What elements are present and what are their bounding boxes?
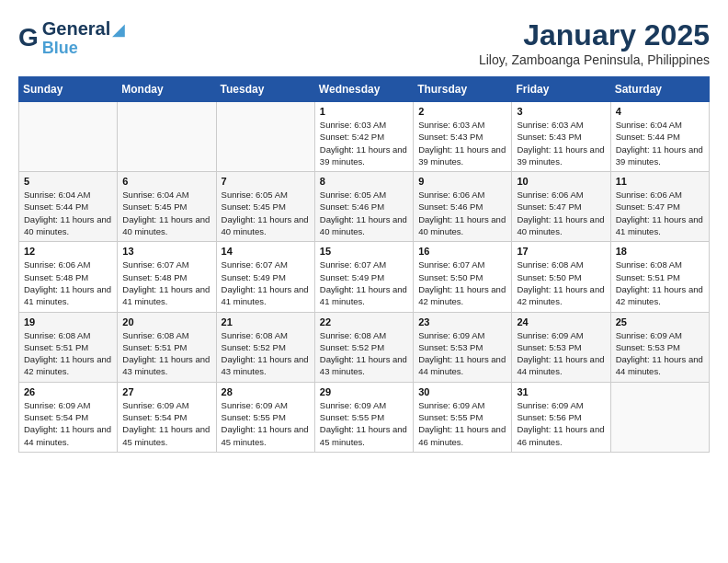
day-info: Sunrise: 6:06 AMSunset: 5:47 PMDaylight:… <box>517 189 605 237</box>
calendar-cell: 8Sunrise: 6:05 AMSunset: 5:46 PMDaylight… <box>314 172 413 242</box>
calendar-cell: 2Sunrise: 6:03 AMSunset: 5:43 PMDaylight… <box>414 102 512 172</box>
calendar-cell: 10Sunrise: 6:06 AMSunset: 5:47 PMDayligh… <box>512 172 610 242</box>
day-info: Sunrise: 6:09 AMSunset: 5:54 PMDaylight:… <box>122 399 210 448</box>
logo: G General ◢ Blue <box>18 18 125 56</box>
calendar-cell: 13Sunrise: 6:07 AMSunset: 5:48 PMDayligh… <box>118 242 216 312</box>
day-number: 17 <box>517 246 605 257</box>
day-number: 20 <box>122 316 210 327</box>
day-info: Sunrise: 6:08 AMSunset: 5:52 PMDaylight:… <box>222 329 310 378</box>
day-number: 19 <box>24 316 112 327</box>
day-info: Sunrise: 6:04 AMSunset: 5:44 PMDaylight:… <box>616 119 704 167</box>
day-number: 9 <box>418 176 506 187</box>
calendar-cell: 14Sunrise: 6:07 AMSunset: 5:49 PMDayligh… <box>216 242 314 312</box>
day-number: 11 <box>616 176 704 187</box>
day-info: Sunrise: 6:06 AMSunset: 5:48 PMDaylight:… <box>24 259 112 307</box>
day-info: Sunrise: 6:05 AMSunset: 5:45 PMDaylight:… <box>222 189 310 237</box>
day-number: 29 <box>320 386 408 397</box>
calendar-cell: 17Sunrise: 6:08 AMSunset: 5:50 PMDayligh… <box>512 242 610 312</box>
calendar-cell: 19Sunrise: 6:08 AMSunset: 5:51 PMDayligh… <box>19 312 118 382</box>
calendar-cell: 26Sunrise: 6:09 AMSunset: 5:54 PMDayligh… <box>19 382 118 452</box>
day-info: Sunrise: 6:05 AMSunset: 5:46 PMDaylight:… <box>320 189 408 237</box>
day-info: Sunrise: 6:07 AMSunset: 5:48 PMDaylight:… <box>122 259 210 307</box>
calendar-week-5: 26Sunrise: 6:09 AMSunset: 5:54 PMDayligh… <box>19 382 710 452</box>
day-info: Sunrise: 6:09 AMSunset: 5:53 PMDaylight:… <box>517 329 605 378</box>
day-info: Sunrise: 6:08 AMSunset: 5:52 PMDaylight:… <box>320 329 408 378</box>
month-title: January 2025 <box>479 18 710 52</box>
calendar-header-row: SundayMondayTuesdayWednesdayThursdayFrid… <box>19 77 710 102</box>
calendar-cell: 9Sunrise: 6:06 AMSunset: 5:46 PMDaylight… <box>414 172 512 242</box>
day-number: 1 <box>320 106 408 117</box>
calendar-week-1: 1Sunrise: 6:03 AMSunset: 5:42 PMDaylight… <box>19 102 710 172</box>
calendar-cell: 1Sunrise: 6:03 AMSunset: 5:42 PMDaylight… <box>314 102 413 172</box>
day-number: 23 <box>418 316 506 327</box>
calendar-cell: 27Sunrise: 6:09 AMSunset: 5:54 PMDayligh… <box>118 382 216 452</box>
day-number: 22 <box>320 316 408 327</box>
day-info: Sunrise: 6:03 AMSunset: 5:43 PMDaylight:… <box>517 119 605 167</box>
day-info: Sunrise: 6:07 AMSunset: 5:49 PMDaylight:… <box>320 259 408 307</box>
day-number: 12 <box>24 246 112 257</box>
title-block: January 2025 Liloy, Zamboanga Peninsula,… <box>479 18 710 67</box>
day-info: Sunrise: 6:08 AMSunset: 5:51 PMDaylight:… <box>122 329 210 378</box>
calendar-cell: 25Sunrise: 6:09 AMSunset: 5:53 PMDayligh… <box>610 312 709 382</box>
logo-general-label: General <box>42 18 110 40</box>
day-info: Sunrise: 6:07 AMSunset: 5:50 PMDaylight:… <box>418 259 506 307</box>
day-number: 14 <box>222 246 310 257</box>
day-info: Sunrise: 6:04 AMSunset: 5:45 PMDaylight:… <box>122 189 210 237</box>
day-number: 5 <box>24 176 112 187</box>
weekday-header-tuesday: Tuesday <box>216 77 314 102</box>
weekday-header-saturday: Saturday <box>610 77 709 102</box>
day-number: 8 <box>320 176 408 187</box>
day-number: 6 <box>122 176 210 187</box>
day-info: Sunrise: 6:09 AMSunset: 5:53 PMDaylight:… <box>616 329 704 378</box>
calendar-cell: 29Sunrise: 6:09 AMSunset: 5:55 PMDayligh… <box>314 382 413 452</box>
day-number: 30 <box>418 386 506 397</box>
day-number: 25 <box>616 316 704 327</box>
calendar-week-4: 19Sunrise: 6:08 AMSunset: 5:51 PMDayligh… <box>19 312 710 382</box>
calendar-cell: 24Sunrise: 6:09 AMSunset: 5:53 PMDayligh… <box>512 312 610 382</box>
calendar-cell: 18Sunrise: 6:08 AMSunset: 5:51 PMDayligh… <box>610 242 709 312</box>
logo-general-text: G <box>18 25 39 51</box>
weekday-header-monday: Monday <box>118 77 216 102</box>
day-number: 24 <box>517 316 605 327</box>
day-info: Sunrise: 6:09 AMSunset: 5:55 PMDaylight:… <box>418 399 506 448</box>
calendar-cell: 30Sunrise: 6:09 AMSunset: 5:55 PMDayligh… <box>414 382 512 452</box>
day-number: 18 <box>616 246 704 257</box>
day-info: Sunrise: 6:07 AMSunset: 5:49 PMDaylight:… <box>222 259 310 307</box>
day-info: Sunrise: 6:08 AMSunset: 5:50 PMDaylight:… <box>517 259 605 307</box>
calendar-cell <box>19 102 118 172</box>
calendar-cell: 22Sunrise: 6:08 AMSunset: 5:52 PMDayligh… <box>314 312 413 382</box>
day-number: 7 <box>222 176 310 187</box>
calendar-cell: 5Sunrise: 6:04 AMSunset: 5:44 PMDaylight… <box>19 172 118 242</box>
calendar-table: SundayMondayTuesdayWednesdayThursdayFrid… <box>18 76 710 453</box>
day-info: Sunrise: 6:09 AMSunset: 5:55 PMDaylight:… <box>222 399 310 448</box>
day-number: 2 <box>418 106 506 117</box>
day-info: Sunrise: 6:08 AMSunset: 5:51 PMDaylight:… <box>616 259 704 307</box>
day-number: 28 <box>222 386 310 397</box>
calendar-cell: 31Sunrise: 6:09 AMSunset: 5:56 PMDayligh… <box>512 382 610 452</box>
day-info: Sunrise: 6:04 AMSunset: 5:44 PMDaylight:… <box>24 189 112 237</box>
calendar-cell: 15Sunrise: 6:07 AMSunset: 5:49 PMDayligh… <box>314 242 413 312</box>
day-number: 13 <box>122 246 210 257</box>
logo-blue-label: Blue <box>42 40 125 56</box>
logo-bird-icon: ◢ <box>112 19 125 40</box>
calendar-cell <box>118 102 216 172</box>
calendar-cell: 4Sunrise: 6:04 AMSunset: 5:44 PMDaylight… <box>610 102 709 172</box>
day-number: 27 <box>122 386 210 397</box>
day-info: Sunrise: 6:09 AMSunset: 5:55 PMDaylight:… <box>320 399 408 448</box>
day-number: 15 <box>320 246 408 257</box>
calendar-cell: 20Sunrise: 6:08 AMSunset: 5:51 PMDayligh… <box>118 312 216 382</box>
day-number: 16 <box>418 246 506 257</box>
calendar-cell <box>216 102 314 172</box>
day-number: 4 <box>616 106 704 117</box>
weekday-header-thursday: Thursday <box>414 77 512 102</box>
location-subtitle: Liloy, Zamboanga Peninsula, Philippines <box>479 52 710 67</box>
weekday-header-sunday: Sunday <box>19 77 118 102</box>
calendar-week-3: 12Sunrise: 6:06 AMSunset: 5:48 PMDayligh… <box>19 242 710 312</box>
calendar-cell: 23Sunrise: 6:09 AMSunset: 5:53 PMDayligh… <box>414 312 512 382</box>
calendar-cell: 3Sunrise: 6:03 AMSunset: 5:43 PMDaylight… <box>512 102 610 172</box>
calendar-cell <box>610 382 709 452</box>
weekday-header-friday: Friday <box>512 77 610 102</box>
day-info: Sunrise: 6:09 AMSunset: 5:56 PMDaylight:… <box>517 399 605 448</box>
day-info: Sunrise: 6:03 AMSunset: 5:42 PMDaylight:… <box>320 119 408 167</box>
day-info: Sunrise: 6:06 AMSunset: 5:46 PMDaylight:… <box>418 189 506 237</box>
